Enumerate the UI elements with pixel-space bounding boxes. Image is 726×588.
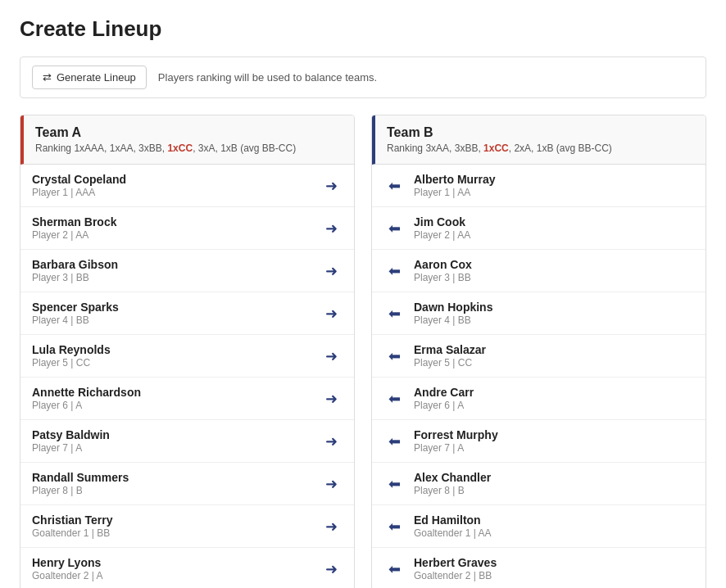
player-name: Ed Hamilton xyxy=(414,513,694,527)
team-b-player-row[interactable]: ⬅ Herbert Graves Goaltender 2 | BB xyxy=(372,548,706,588)
team-b-player-row[interactable]: ⬅ Alberto Murray Player 1 | AA xyxy=(372,165,706,207)
player-detail: Player 7 | A xyxy=(414,442,694,454)
player-info: Henry Lyons Goaltender 2 | A xyxy=(32,556,103,581)
team-b-player-row[interactable]: ⬅ Andre Carr Player 6 | A xyxy=(372,378,706,420)
team-b-player-row[interactable]: ⬅ Erma Salazar Player 5 | CC xyxy=(372,335,706,378)
move-right-arrow-icon[interactable]: ➜ xyxy=(320,346,343,367)
move-left-arrow-icon[interactable]: ⬅ xyxy=(383,218,406,239)
team-a-player-row[interactable]: Crystal Copeland Player 1 | AAA ➜ xyxy=(20,165,354,207)
team-b-ranking-highlight: 1xCC xyxy=(483,142,509,154)
team-b-name: Team B xyxy=(387,125,694,140)
player-detail: Player 4 | BB xyxy=(32,314,119,326)
player-detail: Goaltender 1 | AA xyxy=(414,527,694,539)
team-b-player-row[interactable]: ⬅ Alex Chandler Player 8 | B xyxy=(372,463,706,505)
move-right-arrow-icon[interactable]: ➜ xyxy=(320,473,343,495)
team-b-panel: Team B Ranking 3xAA, 3xBB, 1xCC, 2xA, 1x… xyxy=(371,115,706,588)
team-a-panel: Team A Ranking 1xAAA, 1xAA, 3xBB, 1xCC, … xyxy=(20,115,355,588)
team-a-players-list: Crystal Copeland Player 1 | AAA ➜ Sherma… xyxy=(20,165,354,588)
team-b-player-row[interactable]: ⬅ Jim Cook Player 2 | AA xyxy=(372,207,706,250)
team-a-ranking-middle: , 3xA, 1xB (avg BB-CC) xyxy=(193,142,296,154)
player-detail: Player 7 | A xyxy=(32,442,110,454)
generate-lineup-button[interactable]: ⇄ Generate Lineup xyxy=(32,66,147,89)
move-left-arrow-icon[interactable]: ⬅ xyxy=(383,388,406,409)
player-detail: Player 2 | AA xyxy=(32,229,116,241)
player-detail: Player 1 | AAA xyxy=(32,187,126,198)
move-left-arrow-icon[interactable]: ⬅ xyxy=(383,431,406,452)
player-info: Lula Reynolds Player 5 | CC xyxy=(32,343,111,369)
player-info: Herbert Graves Goaltender 2 | BB xyxy=(414,556,694,581)
player-name: Crystal Copeland xyxy=(32,173,126,186)
player-name: Lula Reynolds xyxy=(32,343,111,356)
move-left-arrow-icon[interactable]: ⬅ xyxy=(383,346,406,367)
move-right-arrow-icon[interactable]: ➜ xyxy=(320,175,343,197)
team-a-player-row[interactable]: Spencer Sparks Player 4 | BB ➜ xyxy=(20,292,354,335)
player-name: Randall Summers xyxy=(32,471,129,484)
move-right-arrow-icon[interactable]: ➜ xyxy=(320,559,343,580)
move-right-arrow-icon[interactable]: ➜ xyxy=(320,303,343,324)
move-right-arrow-icon[interactable]: ➜ xyxy=(320,388,343,409)
team-b-header: Team B Ranking 3xAA, 3xBB, 1xCC, 2xA, 1x… xyxy=(372,115,706,165)
player-name: Henry Lyons xyxy=(32,556,103,569)
player-info: Sherman Brock Player 2 | AA xyxy=(32,215,116,241)
player-name: Aaron Cox xyxy=(414,258,694,271)
player-detail: Player 6 | A xyxy=(414,400,694,411)
team-b-ranking: Ranking 3xAA, 3xBB, 1xCC, 2xA, 1xB (avg … xyxy=(387,142,694,154)
team-a-player-row[interactable]: Patsy Baldwin Player 7 | A ➜ xyxy=(20,420,354,463)
player-name: Sherman Brock xyxy=(32,215,116,228)
teams-container: Team A Ranking 1xAAA, 1xAA, 3xBB, 1xCC, … xyxy=(20,115,706,588)
team-a-player-row[interactable]: Christian Terry Goaltender 1 | BB ➜ xyxy=(20,505,354,548)
team-a-player-row[interactable]: Sherman Brock Player 2 | AA ➜ xyxy=(20,207,354,250)
player-detail: Goaltender 2 | BB xyxy=(414,570,694,581)
team-a-player-row[interactable]: Barbara Gibson Player 3 | BB ➜ xyxy=(20,250,354,292)
player-info: Crystal Copeland Player 1 | AAA xyxy=(32,173,126,198)
move-left-arrow-icon[interactable]: ⬅ xyxy=(383,260,406,282)
player-detail: Player 1 | AA xyxy=(414,187,694,198)
player-info: Patsy Baldwin Player 7 | A xyxy=(32,428,110,454)
team-b-player-row[interactable]: ⬅ Aaron Cox Player 3 | BB xyxy=(372,250,706,292)
generate-button-label: Generate Lineup xyxy=(57,71,136,84)
player-name: Christian Terry xyxy=(32,513,113,527)
player-detail: Goaltender 1 | BB xyxy=(32,527,113,539)
player-name: Erma Salazar xyxy=(414,343,694,356)
team-a-ranking-prefix: Ranking xyxy=(35,142,74,154)
move-right-arrow-icon[interactable]: ➜ xyxy=(320,260,343,282)
player-name: Dawn Hopkins xyxy=(414,301,694,314)
player-detail: Player 8 | B xyxy=(414,485,694,496)
team-b-ranking-prefix: Ranking xyxy=(387,142,425,154)
player-name: Patsy Baldwin xyxy=(32,428,110,441)
team-a-player-row[interactable]: Annette Richardson Player 6 | A ➜ xyxy=(20,378,354,420)
player-detail: Player 2 | AA xyxy=(414,229,694,241)
team-a-player-row[interactable]: Henry Lyons Goaltender 2 | A ➜ xyxy=(20,548,354,588)
player-info: Alex Chandler Player 8 | B xyxy=(414,471,694,496)
team-a-ranking-normal: 1xAAA, 1xAA, 3xBB, xyxy=(74,142,167,154)
toolbar-hint: Players ranking will be used to balance … xyxy=(158,71,377,84)
player-info: Randall Summers Player 8 | B xyxy=(32,471,129,496)
player-name: Herbert Graves xyxy=(414,556,694,569)
move-left-arrow-icon[interactable]: ⬅ xyxy=(383,303,406,324)
move-left-arrow-icon[interactable]: ⬅ xyxy=(383,559,406,580)
generate-icon: ⇄ xyxy=(43,71,52,84)
player-detail: Player 5 | CC xyxy=(414,357,694,369)
move-right-arrow-icon[interactable]: ➜ xyxy=(320,218,343,239)
team-a-player-row[interactable]: Randall Summers Player 8 | B ➜ xyxy=(20,463,354,505)
move-right-arrow-icon[interactable]: ➜ xyxy=(320,516,343,537)
toolbar: ⇄ Generate Lineup Players ranking will b… xyxy=(20,57,706,98)
team-b-player-row[interactable]: ⬅ Ed Hamilton Goaltender 1 | AA xyxy=(372,505,706,548)
move-left-arrow-icon[interactable]: ⬅ xyxy=(383,516,406,537)
player-name: Barbara Gibson xyxy=(32,258,118,271)
team-b-player-row[interactable]: ⬅ Dawn Hopkins Player 4 | BB xyxy=(372,292,706,335)
team-b-ranking-normal: 3xAA, 3xBB, xyxy=(425,142,483,154)
move-left-arrow-icon[interactable]: ⬅ xyxy=(383,175,406,197)
team-a-player-row[interactable]: Lula Reynolds Player 5 | CC ➜ xyxy=(20,335,354,378)
player-detail: Player 6 | A xyxy=(32,400,141,411)
player-info: Erma Salazar Player 5 | CC xyxy=(414,343,694,369)
move-left-arrow-icon[interactable]: ⬅ xyxy=(383,473,406,495)
player-name: Annette Richardson xyxy=(32,386,141,399)
player-info: Barbara Gibson Player 3 | BB xyxy=(32,258,118,283)
team-b-player-row[interactable]: ⬅ Forrest Murphy Player 7 | A xyxy=(372,420,706,463)
player-detail: Player 3 | BB xyxy=(32,272,118,283)
move-right-arrow-icon[interactable]: ➜ xyxy=(320,431,343,452)
player-name: Forrest Murphy xyxy=(414,428,694,441)
player-detail: Player 3 | BB xyxy=(414,272,694,283)
player-info: Alberto Murray Player 1 | AA xyxy=(414,173,694,198)
